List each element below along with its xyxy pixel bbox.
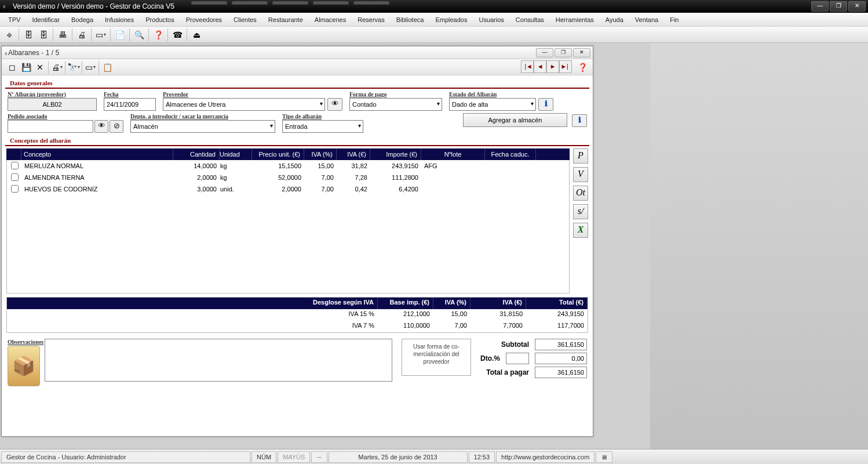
- table-row[interactable]: ALMENDRA TIERNA2,0000kg52,00007,007,2811…: [7, 172, 569, 183]
- tool-exit-icon[interactable]: ⎆: [2, 28, 16, 42]
- info-agregar-button[interactable]: ℹ: [572, 114, 587, 127]
- menu-clientes[interactable]: Clientes: [228, 14, 262, 25]
- combo-proveedor[interactable]: [163, 98, 325, 111]
- menu-reservas[interactable]: Reservas: [352, 14, 390, 25]
- label-tipo: Tipo de albarán: [282, 113, 363, 119]
- row-checkbox[interactable]: [11, 185, 19, 193]
- tool-db1-icon[interactable]: 🗄: [21, 28, 35, 42]
- section-conceptos: Conceptos del albarán: [5, 134, 589, 146]
- menu-biblioteca[interactable]: Biblioteca: [391, 14, 430, 25]
- clear-pedido-button[interactable]: ⊘: [110, 120, 123, 133]
- agregar-almacen-button[interactable]: Agregar a almacén: [463, 113, 567, 127]
- subtotal-value: [535, 339, 587, 350]
- window-titlebar: ⬨ Versión demo / Versión demo - Gestor d…: [0, 0, 868, 13]
- table-row[interactable]: MERLUZA NORMAL14,0000kg15,150015,0031,82…: [7, 160, 569, 172]
- print-dropdown[interactable]: 🖨: [50, 60, 64, 74]
- menu-empleados[interactable]: Empleados: [429, 14, 473, 25]
- view-proveedor-button[interactable]: 👁: [327, 98, 342, 111]
- combo-estado[interactable]: [449, 98, 536, 111]
- total-value: [535, 367, 587, 378]
- combo-forma-pago[interactable]: [349, 98, 442, 111]
- copy-button[interactable]: 📋: [100, 60, 114, 74]
- label-depto: Depto. a introducir / sacar la mercancía: [130, 113, 275, 119]
- menubar: TPVIdentificarBodegaInfusionesProductosP…: [0, 13, 868, 27]
- menu-productos[interactable]: Productos: [140, 14, 180, 25]
- side-tool-4[interactable]: X: [573, 223, 588, 238]
- nav-prev-button[interactable]: ◀: [534, 60, 546, 73]
- menu-ventana[interactable]: Ventana: [629, 14, 664, 25]
- mdi-background: [650, 43, 868, 463]
- status-date: Martes, 25 de junio de 2013: [329, 451, 468, 463]
- menu-identificar[interactable]: Identificar: [26, 14, 65, 25]
- input-num-albaran[interactable]: [8, 98, 97, 111]
- info-estado-button[interactable]: ℹ: [538, 98, 553, 111]
- side-tool-2[interactable]: Ot: [573, 186, 588, 201]
- nav-first-button[interactable]: |◀: [521, 60, 534, 73]
- label-observaciones: Observaciones: [8, 339, 40, 345]
- tool-printer-icon[interactable]: 🖶: [56, 28, 70, 42]
- tool-window-dropdown[interactable]: ▭: [94, 28, 108, 42]
- nav-last-button[interactable]: ▶|: [559, 60, 572, 73]
- label-proveedor: Proveedor: [163, 91, 342, 97]
- close-button[interactable]: ✕: [848, 1, 866, 12]
- input-fecha[interactable]: [104, 98, 156, 111]
- dto-input[interactable]: [506, 353, 529, 364]
- comercializacion-button[interactable]: Usar forma de co- mercialización del pro…: [402, 339, 471, 376]
- section-datos-generales: Datos generales: [5, 77, 589, 89]
- search-dropdown[interactable]: 🔭: [67, 60, 81, 74]
- menu-herramientas[interactable]: Herramientas: [550, 14, 600, 25]
- row-checkbox[interactable]: [11, 162, 19, 169]
- row-checkbox[interactable]: [11, 173, 19, 181]
- menu-tpv[interactable]: TPV: [2, 14, 26, 25]
- tool-print-icon[interactable]: 🖨: [75, 28, 89, 42]
- side-tool-3[interactable]: s/: [573, 204, 588, 219]
- iva-row: IVA 15 %212,100015,0031,8150243,9150: [7, 309, 588, 321]
- app-icon: ⬨: [2, 2, 10, 10]
- menu-restaurante[interactable]: Restaurante: [262, 14, 309, 25]
- save-button[interactable]: 💾: [19, 60, 33, 74]
- menu-consultas[interactable]: Consultas: [510, 14, 550, 25]
- input-pedido[interactable]: [8, 120, 93, 133]
- status-url[interactable]: http://www.gestordecocina.com: [496, 451, 595, 463]
- child-icon: ⬨: [4, 49, 8, 56]
- table-row[interactable]: HUEVOS DE CODORNIZ3,0000unid.2,00007,000…: [7, 183, 569, 195]
- main-toolbar: ⎆ 🗄 🗄 🖶 🖨 ▭ 📄 🔍 ❓ ☎ ⏏: [0, 27, 868, 43]
- menu-ayuda[interactable]: Ayuda: [600, 14, 629, 25]
- combo-tipo[interactable]: [282, 120, 363, 133]
- tool-exit2-icon[interactable]: ⏏: [189, 28, 203, 42]
- status-mayus: MAYÚS: [278, 451, 310, 463]
- menu-almacenes[interactable]: Almacenes: [309, 14, 352, 25]
- child-toolbar: ◻ 💾 ✕ 🖨 🔭 ▭ 📋 |◀ ◀ ▶ ▶| ❓: [2, 59, 593, 75]
- view-pedido-button[interactable]: 👁: [94, 120, 108, 133]
- status-monitor-icon[interactable]: 🖥: [596, 451, 612, 463]
- tool-magnify-icon[interactable]: 🔍: [132, 28, 146, 42]
- menu-proveedores[interactable]: Proveedores: [180, 14, 228, 25]
- delete-button[interactable]: ✕: [33, 60, 47, 74]
- iva-grid: Desglose según IVA Base imp. (€) IVA (%)…: [6, 297, 588, 333]
- menu-infusiones[interactable]: Infusiones: [99, 14, 140, 25]
- child-maximize-button[interactable]: ❐: [555, 48, 572, 57]
- grid-body[interactable]: MERLUZA NORMAL14,0000kg15,150015,0031,82…: [6, 160, 570, 293]
- maximize-button[interactable]: ❐: [830, 1, 847, 12]
- observaciones-input[interactable]: [45, 339, 392, 382]
- nav-next-button[interactable]: ▶: [546, 60, 559, 73]
- new-button[interactable]: ◻: [5, 60, 19, 74]
- tool-help-icon[interactable]: ❓: [151, 28, 165, 42]
- child-minimize-button[interactable]: —: [536, 48, 553, 57]
- side-tool-1[interactable]: V: [573, 167, 588, 182]
- window-dropdown[interactable]: ▭: [83, 60, 97, 74]
- status-dots: ···: [311, 451, 327, 463]
- tool-phone-icon[interactable]: ☎: [170, 28, 184, 42]
- menu-bodega[interactable]: Bodega: [65, 14, 99, 25]
- albaranes-window: ⬨ Albaranes - 1 / 5 — ❐ ✕ ◻ 💾 ✕ 🖨 🔭 ▭ 📋 …: [1, 46, 593, 437]
- combo-depto[interactable]: [130, 120, 275, 133]
- status-num: NÚM: [251, 451, 276, 463]
- minimize-button[interactable]: —: [811, 1, 829, 12]
- menu-usuarios[interactable]: Usuarios: [473, 14, 509, 25]
- tool-db2-icon[interactable]: 🗄: [37, 28, 50, 42]
- tool-doc-icon[interactable]: 📄: [113, 28, 127, 42]
- child-close-button[interactable]: ✕: [573, 48, 590, 57]
- side-tool-0[interactable]: P: [573, 148, 588, 164]
- menu-fin[interactable]: Fin: [664, 14, 684, 25]
- nav-help-button[interactable]: ❓: [575, 60, 589, 74]
